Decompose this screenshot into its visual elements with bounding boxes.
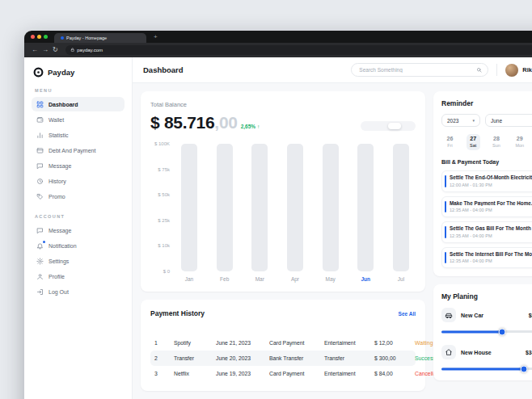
cell-type: Entertaiment	[324, 340, 374, 346]
y-axis-tick: $ 0	[163, 269, 170, 274]
gear-icon	[36, 258, 44, 265]
bar-column-jan[interactable]	[181, 144, 197, 271]
browser-address-bar: ← → ↻ payday.com ☆	[24, 43, 532, 57]
total-balance-card: Total Balance $ 85.716 ,00 2,65% ↑	[141, 91, 425, 292]
progress-slider[interactable]	[441, 365, 532, 372]
x-axis-label-jun: Jun	[357, 276, 374, 282]
calendar-day-29[interactable]: 29 Mon	[513, 134, 526, 150]
bar-column-may[interactable]	[323, 144, 339, 271]
back-icon[interactable]: ←	[32, 47, 38, 53]
payment-history-card: Payment History See All 1 Spotify June 2…	[141, 300, 425, 391]
year-select-value: 2023	[447, 118, 458, 124]
range-selector	[361, 121, 416, 131]
balance-bar-chart: $ 100K$ 75k$ 50k$ 25k$ 10k$ 0 JanFebMarA…	[150, 144, 416, 282]
month-select[interactable]: June ▾	[485, 114, 532, 127]
zoom-window-button[interactable]	[44, 35, 48, 39]
search-box	[351, 63, 488, 77]
bill-item[interactable]: Make The Payment For The Home... 12:35 A…	[441, 196, 532, 218]
bill-accent-bar	[445, 226, 446, 238]
browser-tab[interactable]: Payday - Homepage	[54, 33, 146, 43]
bar-column-feb[interactable]	[217, 144, 233, 271]
tag-icon	[36, 193, 44, 200]
sidebar-item-dashboard[interactable]: Dashboard	[32, 97, 125, 111]
forward-icon[interactable]: →	[42, 47, 49, 53]
slider-knob[interactable]	[521, 365, 528, 372]
sidebar-item-message[interactable]: Message	[32, 158, 125, 173]
cell-amount: $ 84,00	[374, 371, 415, 376]
calendar-day-26[interactable]: 26 Fri	[443, 134, 457, 150]
sidebar-item-settings[interactable]: Settings	[32, 254, 125, 268]
slider-knob[interactable]	[498, 328, 505, 335]
see-all-link[interactable]: See All	[399, 311, 416, 317]
bill-item[interactable]: Settle The End-Of-Month Electricity B.. …	[441, 170, 532, 192]
payment-table-header	[150, 324, 416, 335]
bar-column-jun[interactable]	[357, 144, 374, 271]
sidebar-item-log-out[interactable]: Log Out	[32, 284, 125, 299]
bill-accent-bar	[445, 201, 446, 213]
bill-item[interactable]: Settle The Gas Bill For The Month 12:35 …	[441, 221, 532, 243]
calendar-day-27[interactable]: 27 Sat	[467, 134, 480, 150]
table-row-transfer[interactable]: 2 Transfer June 20, 2023 Bank Transfer T…	[150, 351, 416, 366]
range-option-daily[interactable]	[362, 123, 375, 129]
home-icon	[441, 345, 456, 359]
sidebar-item-history[interactable]: History	[32, 174, 125, 188]
payday-logo-icon	[33, 67, 44, 78]
app-root: Payday MENU Dashboard Wallet Statistic D…	[24, 57, 532, 399]
planing-item-name: New House	[461, 350, 492, 355]
top-bar: Dashboard Rik	[133, 57, 532, 83]
progress-slider[interactable]	[441, 328, 532, 335]
total-balance-amount: $ 85.716 ,00 2,65% ↑	[150, 113, 260, 132]
bar-track	[217, 144, 233, 271]
reminder-title: Reminder	[441, 99, 532, 107]
my-planing-title: My Planing	[441, 292, 532, 300]
range-option-weekly[interactable]	[375, 123, 388, 129]
sidebar-item-notification[interactable]: Notification	[32, 238, 125, 253]
search-icon[interactable]	[476, 67, 482, 73]
bar-column-apr[interactable]	[287, 144, 303, 271]
table-row-netflix[interactable]: 3 Netflix June 19, 2023 Card Payment Ent…	[150, 366, 416, 381]
planing-item-name: New Car	[461, 313, 483, 318]
user-avatar[interactable]	[505, 64, 518, 77]
sidebar-item-promo[interactable]: Promo	[32, 189, 125, 204]
x-axis-label-feb: Feb	[217, 276, 233, 282]
close-window-button[interactable]	[31, 35, 35, 39]
reload-icon[interactable]: ↻	[53, 47, 58, 53]
bar-column-mar[interactable]	[251, 144, 268, 271]
bar-column-jul[interactable]	[393, 144, 409, 271]
search-input[interactable]	[357, 66, 473, 74]
url-bar[interactable]: payday.com	[65, 45, 532, 55]
reminder-card: Reminder 2023 ▾ June ▾	[433, 91, 532, 276]
car-icon	[441, 308, 456, 322]
cell-name: Transfer	[174, 355, 216, 361]
year-select[interactable]: 2023 ▾	[441, 114, 480, 127]
planing-item-amount: $8.000/...	[529, 313, 532, 318]
slider-fill	[441, 368, 524, 370]
sidebar-item-profile[interactable]: Profile	[32, 269, 125, 284]
my-planing-card: My Planing New Car $8.000/...	[433, 284, 532, 380]
x-axis-label-jul: Jul	[393, 276, 409, 282]
cell-amount: $ 12,00	[374, 340, 415, 346]
table-row-spotify[interactable]: 1 Spotify June 21, 2023 Card Payment Ent…	[150, 335, 416, 351]
cell-date: June 20, 2023	[216, 355, 269, 361]
app-logo: Payday	[32, 65, 125, 78]
bar-track	[251, 144, 268, 271]
chevron-down-icon: ▾	[472, 118, 475, 123]
bill-item[interactable]: Settle The Internet Bill For The Month 1…	[441, 247, 532, 269]
sidebar-item-wallet[interactable]: Wallet	[32, 112, 125, 127]
minimize-window-button[interactable]	[37, 35, 41, 39]
cell-no: 1	[154, 340, 174, 346]
payment-history-title: Payment History	[150, 309, 205, 317]
cell-status: Success	[415, 355, 436, 361]
mini-calendar: 26 Fri 27 Sat 28 Sun 29	[441, 134, 532, 150]
new-tab-button[interactable]: +	[154, 34, 158, 40]
range-option-yearly[interactable]	[401, 123, 414, 129]
balance-change-badge: 2,65% ↑	[241, 124, 260, 129]
range-option-monthly[interactable]	[388, 123, 401, 129]
calendar-day-28[interactable]: 28 Sun	[490, 134, 504, 150]
sidebar-item-statistic[interactable]: Statistic	[32, 128, 125, 142]
sidebar-item-debt-and-payment[interactable]: Debt And Payment	[32, 143, 125, 158]
sidebar-item-message[interactable]: Message	[32, 223, 125, 237]
dashboard-content: Total Balance $ 85.716 ,00 2,65% ↑	[133, 83, 532, 399]
cell-name: Spotify	[174, 340, 216, 346]
user-name[interactable]: Rik	[522, 66, 532, 74]
